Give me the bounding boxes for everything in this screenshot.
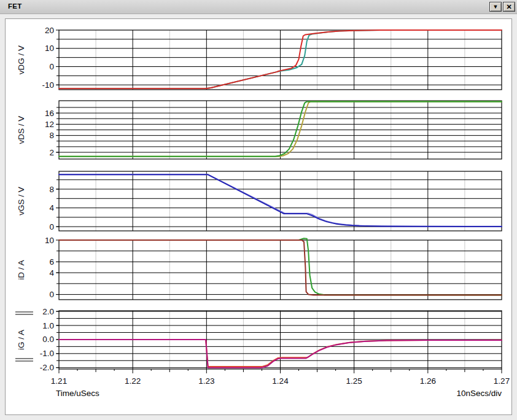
x-tick-label: 1.26 [420,376,436,386]
waveform-graph-panel[interactable]: 20100-10vDG / V161282vDS / V840vGS / V10… [5,18,512,415]
x-tick-label: 1.24 [272,376,289,386]
subplot-iD: 10640iD / A [17,236,502,300]
y-tick-label: -2.0 [40,363,54,372]
y-tick-label: 8 [49,185,54,194]
y-tick-label: 8 [49,131,54,140]
y-axis-label: vDG / V [17,45,26,74]
y-axis-label: iD / A [17,260,26,279]
y-axis-label: iG / A [17,330,26,350]
close-button[interactable]: ✕ [503,2,515,12]
x-axis-title: Time/uSecs [56,389,99,398]
y-tick-label: 2.0 [42,307,54,316]
y-axis-label: vGS / V [17,187,26,216]
x-tick-label: 1.22 [125,376,141,386]
x-tick-label: 1.27 [494,376,510,386]
title-bar-buttons: ▼ ✕ [489,2,515,12]
subplot-vDG: 20100-10vDG / V [17,26,502,90]
y-tick-label: 10 [45,44,54,53]
x-tick-label: 1.23 [198,376,214,386]
waveform-plot-area[interactable]: 20100-10vDG / V161282vDS / V840vGS / V10… [6,19,510,413]
chevron-down-icon: ▼ [493,4,499,10]
y-tick-label: 2 [49,148,54,157]
subplot-iG: 2.01.00.0-1.0-2.0iG / A [15,307,502,373]
subplot-vGS: 840vGS / V [17,171,502,231]
x-tick-label: 1.21 [51,376,67,386]
close-icon: ✕ [506,4,511,10]
y-axis-label: vDS / V [17,116,26,144]
y-tick-label: 1.0 [42,321,54,330]
title-bar: FET ▼ ✕ [0,0,517,14]
x-axis: 1.211.221.231.241.251.261.27 [51,369,510,386]
y-tick-label: 0.0 [42,335,54,344]
y-tick-label: 20 [45,26,54,35]
y-tick-label: 10 [45,236,54,245]
y-tick-label: 0 [49,222,54,231]
y-tick-label: 16 [45,109,54,118]
x-tick-label: 1.25 [346,376,362,386]
y-tick-label: -10 [42,80,54,90]
fet-waveform-window: { "window": { "title": "FET" }, "control… [0,0,517,420]
window-title: FET [8,2,22,10]
y-tick-label: -1.0 [40,349,54,358]
y-tick-label: 0 [49,62,54,71]
y-tick-label: 4 [49,268,54,278]
y-tick-label: 0 [49,290,54,299]
subplot-vDS: 161282vDS / V [17,101,502,159]
y-tick-label: 12 [45,120,54,129]
x-axis-scale-label: 10nSecs/div [456,389,502,398]
y-tick-label: 6 [49,257,54,266]
y-tick-label: 4 [49,203,54,212]
collapse-button[interactable]: ▼ [489,2,502,12]
